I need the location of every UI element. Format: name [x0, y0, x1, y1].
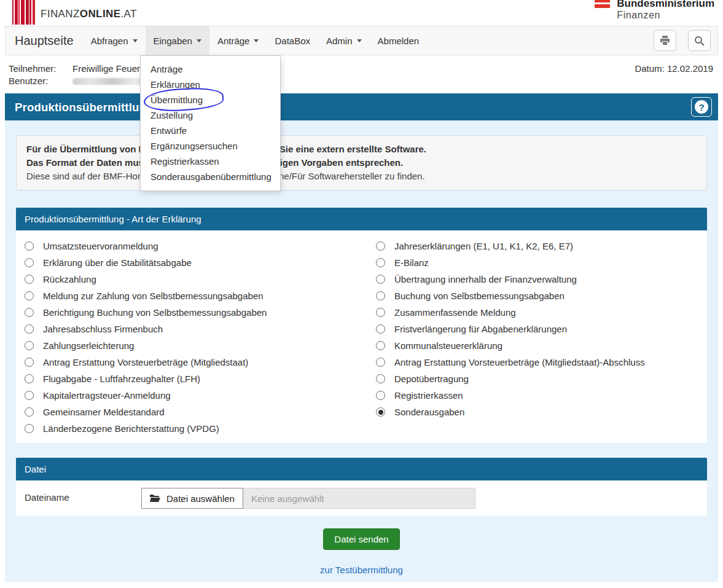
- declaration-option[interactable]: Zusammenfassende Meldung: [376, 304, 698, 321]
- dropdown-item[interactable]: Registrierkassen: [141, 154, 280, 169]
- declaration-option[interactable]: Depotübertragung: [376, 370, 698, 387]
- dropdown-item[interactable]: Ergänzungsersuchen: [141, 138, 280, 154]
- page-title: Produktionsübermittlung: [15, 101, 154, 114]
- test-transmission-link[interactable]: zur Testübermittlung: [320, 565, 403, 575]
- radio-button[interactable]: [376, 291, 385, 300]
- search-button[interactable]: [688, 30, 711, 51]
- radio-button[interactable]: [376, 308, 385, 317]
- radio-button[interactable]: [376, 324, 385, 334]
- declaration-option[interactable]: Kapitalertragsteuer-Anmeldung: [25, 387, 376, 404]
- bmf-logo-text: Bundesministerium Finanzen: [617, 0, 714, 22]
- dropdown-item[interactable]: Zustellung: [141, 108, 280, 123]
- declaration-option[interactable]: Fristverlängerung für Abgabenerklärungen: [376, 321, 698, 337]
- file-panel-title: Datei: [16, 458, 707, 480]
- folder-icon: [150, 494, 160, 503]
- radio-button[interactable]: [25, 407, 34, 417]
- dropdown-item[interactable]: Entwürfe: [141, 123, 280, 138]
- chevron-down-icon: [357, 39, 362, 42]
- chevron-down-icon: [254, 39, 259, 42]
- radio-button[interactable]: [25, 341, 34, 350]
- send-file-button[interactable]: Datei senden: [323, 528, 399, 550]
- nav-item[interactable]: Eingaben: [146, 26, 209, 55]
- nav-item[interactable]: Hauptseite: [6, 26, 83, 55]
- info-line-2: Das Format der Daten muss bei der Übermi…: [26, 156, 697, 170]
- radio-button[interactable]: [25, 391, 34, 400]
- date-display: Datum: 12.02.2019: [635, 63, 713, 74]
- nav-item[interactable]: Admin: [318, 26, 370, 55]
- page-title-bar: Produktionsübermittlung ?: [5, 93, 718, 120]
- declaration-option[interactable]: E-Bilanz: [376, 254, 698, 271]
- declaration-option[interactable]: Jahreserklärungen (E1, U1, K1, K2, E6, E…: [376, 238, 698, 254]
- dropdown-item[interactable]: Übermittlung: [141, 92, 280, 108]
- declaration-option[interactable]: Antrag Erstattung Vorsteuerbeträge (Mitg…: [376, 354, 698, 370]
- teilnehmer-value: Freiwillige Feuer: [72, 63, 140, 74]
- radio-button[interactable]: [376, 258, 385, 267]
- declaration-panel: Produktionsübermittlung - Art der Erklär…: [16, 208, 707, 443]
- dropdown-item[interactable]: Anträge: [141, 61, 280, 77]
- declaration-option[interactable]: Kommunalsteuererklärung: [376, 337, 698, 354]
- actions: Datei senden zur Testübermittlung: [5, 528, 718, 576]
- radio-button[interactable]: [25, 424, 34, 433]
- radio-button[interactable]: [25, 258, 34, 267]
- declaration-options: Umsatzsteuervoranmeldung Erklärung über …: [16, 230, 707, 443]
- nav-tools: [654, 26, 717, 55]
- radio-button[interactable]: [376, 407, 385, 417]
- radio-button[interactable]: [376, 241, 385, 251]
- declaration-option[interactable]: Antrag Erstattung Vorsteuerbeträge (Mitg…: [25, 354, 376, 370]
- chevron-down-icon: [133, 39, 138, 42]
- dropdown-item[interactable]: Erklärungen: [141, 77, 280, 92]
- print-button[interactable]: [654, 30, 676, 51]
- radio-button[interactable]: [25, 358, 34, 367]
- radio-button[interactable]: [25, 241, 34, 251]
- declaration-panel-title: Produktionsübermittlung - Art der Erklär…: [16, 208, 707, 230]
- radio-button[interactable]: [25, 291, 34, 300]
- declaration-option[interactable]: Buchung von Selbstbemessungsabgaben: [376, 288, 698, 304]
- finanzonline-logo[interactable]: FINANZONLINE.AT: [12, 0, 137, 25]
- declaration-option[interactable]: Rückzahlung: [25, 271, 376, 288]
- main-nav: Hauptseite Abfragen Eingaben Anträge: [5, 26, 718, 55]
- nav-item[interactable]: DataBox: [267, 26, 318, 55]
- question-mark-icon: ?: [695, 100, 708, 114]
- nav-items: Hauptseite Abfragen Eingaben Anträge: [6, 26, 427, 55]
- radio-button[interactable]: [25, 275, 34, 284]
- declaration-option[interactable]: Übertragung innerhalb der Finanzverwaltu…: [376, 271, 698, 288]
- declaration-option[interactable]: Gemeinsamer Meldestandard: [25, 404, 376, 420]
- declaration-option[interactable]: Meldung zur Zahlung von Selbstbemessungs…: [25, 288, 376, 304]
- finanzonline-stripes-icon: [12, 0, 35, 25]
- nav-item[interactable]: Abmelden: [370, 26, 428, 55]
- nav-item[interactable]: Anträge: [209, 26, 267, 55]
- top-header: FINANZONLINE.AT Bundesministerium Finanz…: [0, 0, 723, 26]
- content-area: Für die Übermittlung von Dateien an das …: [5, 120, 718, 582]
- austria-flag-icon: [595, 0, 610, 8]
- radio-button[interactable]: [25, 324, 34, 334]
- radio-button[interactable]: [376, 391, 385, 400]
- declaration-options-left: Umsatzsteuervoranmeldung Erklärung über …: [25, 238, 376, 437]
- declaration-option[interactable]: Sonderausgaben: [376, 404, 698, 420]
- declaration-option[interactable]: Flugabgabe - Luftfahrzeughalter (LFH): [25, 370, 376, 387]
- file-status-field: Keine ausgewählt: [243, 488, 475, 509]
- bmf-logo: Bundesministerium Finanzen: [595, 0, 714, 22]
- declaration-options-right: Jahreserklärungen (E1, U1, K1, K2, E6, E…: [376, 238, 698, 437]
- printer-icon: [660, 36, 670, 45]
- declaration-option[interactable]: Länderbezogene Berichterstattung (VPDG): [25, 420, 376, 437]
- declaration-option[interactable]: Jahresabschluss Firmenbuch: [25, 321, 376, 337]
- radio-button[interactable]: [376, 358, 385, 367]
- file-input: Datei auswählen Keine ausgewählt: [141, 488, 475, 509]
- radio-button[interactable]: [376, 374, 385, 383]
- dropdown-item[interactable]: Sonderausgabenübermittlung: [141, 169, 280, 184]
- radio-button[interactable]: [376, 341, 385, 350]
- declaration-option[interactable]: Umsatzsteuervoranmeldung: [25, 238, 376, 254]
- info-line-1: Für die Übermittlung von Dateien an das …: [26, 143, 697, 156]
- declaration-option[interactable]: Erklärung über die Stabilitätsabgabe: [25, 254, 376, 271]
- radio-button[interactable]: [25, 308, 34, 317]
- help-button[interactable]: ?: [691, 97, 712, 117]
- ministry-department: Finanzen: [617, 9, 714, 22]
- choose-file-button[interactable]: Datei auswählen: [141, 488, 243, 509]
- radio-button[interactable]: [25, 374, 34, 383]
- declaration-option[interactable]: Berichtigung Buchung von Selbstbemessung…: [25, 304, 376, 321]
- info-line-3: Diese sind auf der BMF-Homepage unter Se…: [26, 170, 697, 183]
- nav-item[interactable]: Abfragen: [83, 26, 146, 55]
- radio-button[interactable]: [376, 275, 385, 284]
- declaration-option[interactable]: Registrierkassen: [376, 387, 698, 404]
- declaration-option[interactable]: Zahlungserleichterung: [25, 337, 376, 354]
